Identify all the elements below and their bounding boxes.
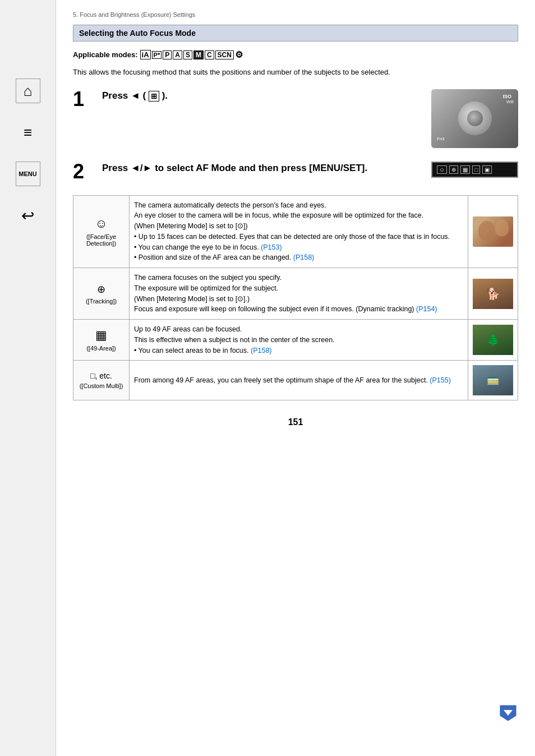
af-mode-thumb-49: 🌲	[468, 320, 518, 361]
step-2: 2 Press ◄/► to select AF Mode and then p…	[73, 162, 518, 182]
link-p158-2[interactable]: (P158)	[251, 347, 272, 354]
dial-label-fn3: Fn3	[437, 136, 445, 141]
table-row: ⊕ ([Tracking]) The camera focuses on the…	[73, 268, 518, 320]
step-1-text: Press ◄ ( ⊞ ).	[102, 89, 422, 103]
mode-pstar: P*	[152, 51, 162, 59]
af-mode-icon-cell-face: ☺ ([Face/EyeDetection])	[73, 195, 130, 268]
mode-s: S	[183, 50, 192, 59]
applicable-modes-label: Applicable modes:	[73, 50, 138, 59]
link-p153-1[interactable]: (P153)	[261, 243, 282, 251]
breadcrumb: 5. Focus and Brightness (Exposure) Setti…	[73, 11, 518, 18]
af-mode-desc-face: The camera automatically detects the per…	[130, 195, 468, 268]
mode-scn: SCN	[215, 50, 234, 59]
mode-p: P	[163, 50, 172, 59]
page-number: 151	[73, 417, 518, 427]
description: This allows the focusing method that sui…	[73, 67, 518, 78]
home-icon[interactable]: ⌂	[16, 79, 40, 103]
af-mode-thumb-custom: 🚃	[468, 361, 518, 400]
step-1-icon: ⊞	[149, 91, 159, 102]
face-eye-label: ([Face/EyeDetection])	[78, 233, 124, 247]
tracking-label: ([Tracking])	[78, 298, 124, 305]
af-icon-face: ☺	[437, 165, 447, 174]
mode-icons-group: iA P* P A S M C SCN ⚙	[140, 49, 243, 60]
step-1-number: 1	[73, 89, 93, 109]
step-2-text: Press ◄/► to select AF Mode and then pre…	[102, 162, 422, 175]
menu-button[interactable]: MENU	[16, 162, 40, 186]
mode-ia: iA	[140, 50, 151, 59]
link-p155[interactable]: (P155)	[430, 376, 451, 384]
down-arrow-icon	[498, 702, 518, 722]
mode-custom: ⚙	[235, 49, 243, 60]
area49-label: ([49-Area])	[78, 345, 124, 352]
step-2-content: Press ◄/► to select AF Mode and then pre…	[102, 162, 422, 175]
link-p154[interactable]: (P154)	[416, 305, 437, 313]
thumb-dog-image: 🐕	[473, 279, 513, 309]
section-header: Selecting the Auto Focus Mode	[73, 25, 518, 42]
af-mode-thumb-face	[468, 195, 518, 268]
applicable-modes: Applicable modes: iA P* P A S M C SCN ⚙	[73, 49, 518, 60]
af-icon-49: ▦	[460, 165, 470, 174]
af-mode-thumb-tracking: 🐕	[468, 268, 518, 320]
af-mode-desc-custom: From among 49 AF areas, you can freely s…	[130, 361, 468, 400]
thumb-tram-image: 🚃	[473, 365, 513, 395]
list-icon[interactable]: ≡	[16, 120, 40, 145]
table-row: □, etc. ([Custom Multi]) From among 49 A…	[73, 361, 518, 400]
thumb-family-image	[473, 216, 513, 247]
af-mode-icon-cell-tracking: ⊕ ([Tracking])	[73, 268, 130, 320]
af-modes-table: ☺ ([Face/EyeDetection]) The camera autom…	[73, 195, 518, 401]
mode-a: A	[173, 50, 182, 59]
face-eye-icon: ☺	[78, 216, 124, 231]
af-mode-icon-cell-custom: □, etc. ([Custom Multi])	[73, 361, 130, 400]
af-mode-desc-49: Up to 49 AF areas can be focused. This i…	[130, 320, 468, 361]
dial-label-wb: WB	[506, 99, 514, 104]
af-icon-box: □	[472, 165, 480, 174]
af-icon-zone: ▣	[482, 165, 492, 174]
sidebar: ⌂ ≡ MENU ↩	[0, 0, 56, 756]
af-mode-icon-cell-49: ▦ ([49-Area])	[73, 320, 130, 361]
af-icon-tracking: ⊕	[449, 165, 458, 174]
back-icon[interactable]: ↩	[16, 203, 40, 228]
area49-icon: ▦	[78, 328, 124, 343]
thumb-forest-image: 🌲	[473, 325, 513, 355]
dial-inner	[467, 110, 483, 126]
step-1: 1 Press ◄ ( ⊞ ). ISO WB Fn3	[73, 89, 518, 148]
dial-label-iso: ISO	[502, 94, 511, 99]
af-mode-desc-tracking: The camera focuses on the subject you sp…	[130, 268, 468, 320]
af-mode-display: ☺ ⊕ ▦ □ ▣	[431, 162, 518, 178]
table-row: ▦ ([49-Area]) Up to 49 AF areas can be f…	[73, 320, 518, 361]
main-content: 5. Focus and Brightness (Exposure) Setti…	[56, 0, 535, 450]
mode-m: M	[193, 50, 204, 59]
step-2-image: ☺ ⊕ ▦ □ ▣	[431, 162, 518, 178]
mode-c: C	[205, 50, 214, 59]
step-2-number: 2	[73, 162, 93, 182]
custom-multi-label: ([Custom Multi])	[78, 382, 124, 389]
tracking-icon: ⊕	[78, 283, 124, 296]
step-1-image: ISO WB Fn3	[431, 89, 518, 148]
step-1-content: Press ◄ ( ⊞ ).	[102, 89, 422, 103]
table-row: ☺ ([Face/EyeDetection]) The camera autom…	[73, 195, 518, 268]
link-p158-1[interactable]: (P158)	[293, 253, 315, 261]
custom-multi-icon: □, etc.	[78, 371, 124, 380]
next-page-arrow[interactable]	[498, 702, 518, 722]
